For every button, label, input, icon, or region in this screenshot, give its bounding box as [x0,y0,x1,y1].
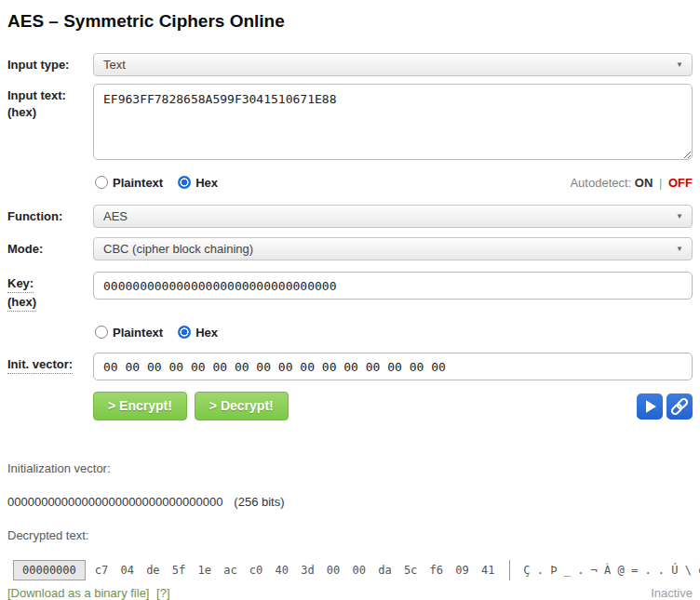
input-plaintext-label[interactable]: Plaintext [113,176,163,190]
autodetect-separator: | [659,176,662,190]
hexdump-separator [509,560,510,580]
input-text-label: Input text: [7,88,93,103]
link-icon[interactable] [666,393,693,420]
help-link[interactable]: [?] [156,586,169,600]
iv-result-bits: (256 bits) [234,495,284,509]
key-plaintext-radio[interactable] [95,326,108,339]
function-row: Function: AES ▼ [7,205,693,228]
decrypt-button[interactable]: > Decrypt! [195,392,289,420]
init-vector-label: Init. vector: [7,357,73,374]
init-vector-row: Init. vector: [7,353,693,380]
key-row: Key: (hex) [7,272,693,312]
play-icon[interactable] [637,393,663,420]
actions-row: > Encrypt! > Decrypt! [93,392,693,420]
key-label: Key: [7,276,34,293]
mode-label: Mode: [7,237,93,257]
iv-result-value-line: 00000000000000000000000000000000(256 bit… [7,495,693,509]
iv-result-value: 00000000000000000000000000000000 [7,495,222,509]
hexdump-row: 00000000 c7 04 de 5f 1e ac c0 40 3d 00 0… [13,559,693,581]
input-text-sublabel: (hex) [7,105,93,120]
footer-row: [Download as a binary file] [?] Inactive [7,586,693,600]
input-type-select[interactable]: Text ▼ [93,53,693,76]
decrypted-text-heading: Decrypted text: [7,528,693,542]
download-binary-link[interactable]: [Download as a binary file] [7,586,149,600]
chevron-down-icon: ▼ [676,60,683,69]
function-select[interactable]: AES ▼ [93,205,693,228]
chevron-down-icon: ▼ [676,212,683,220]
key-label-block: Key: (hex) [7,272,93,312]
function-label: Function: [7,205,93,224]
iv-result-heading: Initialization vector: [7,461,693,475]
autodetect-on-link[interactable]: ON [635,176,653,190]
mode-selected-value: CBC (cipher block chaining) [103,242,253,256]
init-vector-label-block: Init. vector: [7,353,93,374]
input-plaintext-radio[interactable] [95,176,108,189]
page: AES – Symmetric Ciphers Online Input typ… [0,0,700,600]
mode-select[interactable]: CBC (cipher block chaining) ▼ [93,237,693,260]
input-text-row: Input text: (hex) EF963FF7828658A599F304… [7,84,693,160]
status-label: Inactive [651,586,693,600]
key-hex-label[interactable]: Hex [195,326,218,340]
mode-row: Mode: CBC (cipher block chaining) ▼ [7,237,693,260]
hexdump-ascii: Ç . Þ _ . ¬ À @ = . . Ú \ ö . A [523,564,700,577]
hexdump-bytes: c7 04 de 5f 1e ac c0 40 3d 00 00 da 5c f… [95,564,495,577]
key-sublabel: (hex) [7,295,36,312]
input-hex-label[interactable]: Hex [195,176,218,190]
input-type-row: Input type: Text ▼ [7,53,693,76]
input-format-row: Plaintext Hex Autodetect: ON | OFF [93,175,693,190]
chevron-down-icon: ▼ [676,245,683,253]
input-text-label-block: Input text: (hex) [7,84,93,120]
init-vector-input[interactable] [93,353,693,380]
encrypt-button[interactable]: > Encrypt! [93,392,187,420]
autodetect-control: Autodetect: ON | OFF [570,176,693,190]
key-plaintext-label[interactable]: Plaintext [113,326,163,340]
hexdump-offset: 00000000 [13,560,86,580]
key-hex-radio[interactable] [178,326,191,339]
key-format-row: Plaintext Hex [93,325,693,340]
input-type-selected-value: Text [103,58,126,72]
autodetect-label: Autodetect: [570,176,631,190]
input-text-area[interactable]: EF963FF7828658A599F3041510671E88 [93,84,693,160]
input-type-label: Input type: [7,53,93,73]
key-input[interactable] [93,272,693,300]
page-title: AES – Symmetric Ciphers Online [7,11,693,32]
function-selected-value: AES [103,209,128,223]
input-hex-radio[interactable] [178,176,191,189]
autodetect-off-link[interactable]: OFF [668,176,693,190]
